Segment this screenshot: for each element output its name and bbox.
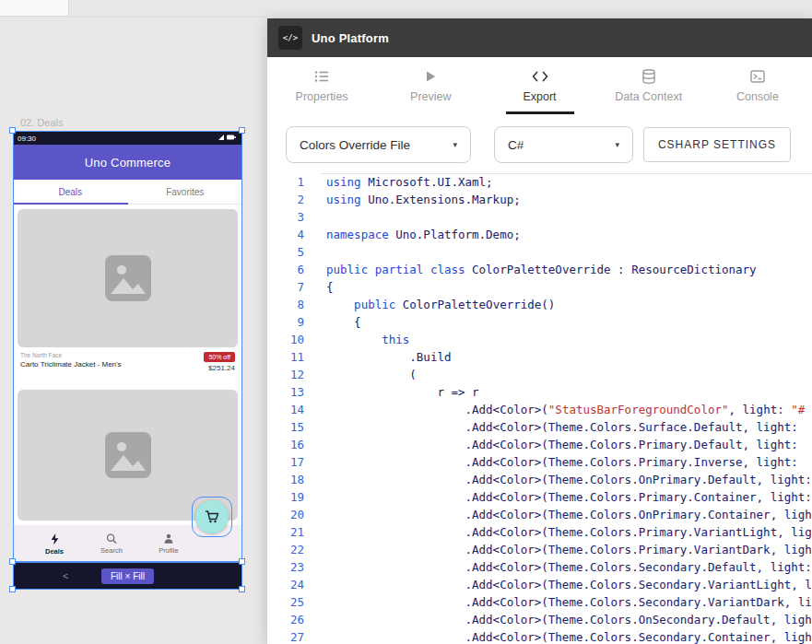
code-line: 1using Microsoft.UI.Xaml; <box>267 173 812 191</box>
cart-fab-button[interactable] <box>195 500 229 533</box>
code-line: 7{ <box>267 278 812 296</box>
canvas-guide-line <box>69 17 267 18</box>
code-line: 8 public ColorPaletteOverride() <box>267 296 812 313</box>
nav-label: Profile <box>159 546 178 555</box>
app-tab-favorites[interactable]: Favorites <box>128 180 243 204</box>
canvas-guide-corner <box>0 0 69 17</box>
tab-export[interactable]: Export <box>485 57 594 114</box>
lightning-icon <box>50 533 60 545</box>
export-icon <box>531 68 549 85</box>
code-line: 9 { <box>267 313 812 331</box>
product-info-row[interactable]: The North Face Carto Triclimate Jacket -… <box>13 347 242 385</box>
selection-handle[interactable] <box>239 586 245 592</box>
select-value: Colors Override File <box>300 138 410 152</box>
frame-resize-bar[interactable]: < Fill × Fill <box>13 562 242 590</box>
panel-header: </> Uno Platform <box>267 18 812 57</box>
tab-label: Export <box>523 90 556 103</box>
nav-item-search[interactable]: Search <box>83 533 140 555</box>
code-line: 22 .Add<Color>(Theme.Colors.Primary.Vari… <box>267 541 812 558</box>
product-text: The North Face Carto Triclimate Jacket -… <box>20 352 122 385</box>
properties-icon <box>313 68 330 85</box>
code-line: 12 ( <box>267 366 812 383</box>
code-line: 24 .Add<Color>(Theme.Colors.Secondary.Va… <box>267 576 812 593</box>
code-logo-icon: </> <box>278 26 302 50</box>
app-header: Uno Commerce <box>13 145 242 180</box>
app-tab-bar: Deals Favorites <box>13 180 242 205</box>
code-line: 20 .Add<Color>(Theme.Colors.OnPrimary.Co… <box>267 506 812 523</box>
profile-icon <box>163 533 174 544</box>
product-image-placeholder[interactable] <box>18 209 238 347</box>
product-price: $251.24 <box>208 364 235 372</box>
uno-platform-panel: </> Uno Platform Properties Preview Expo… <box>267 18 812 644</box>
code-line: 26 .Add<Color>(Theme.Colors.OnSecondary.… <box>267 611 812 628</box>
code-editor-lines: 1using Microsoft.UI.Xaml;2using Uno.Exte… <box>267 173 812 644</box>
code-line: 13 r => r <box>267 383 812 401</box>
app-tab-label: Deals <box>58 187 82 197</box>
code-line: 19 .Add<Color>(Theme.Colors.Primary.Cont… <box>267 488 812 506</box>
panel-tab-bar: Properties Preview Export Data Context C… <box>267 57 812 114</box>
code-editor[interactable]: 1using Microsoft.UI.Xaml;2using Uno.Exte… <box>267 171 812 644</box>
panel-title: Uno Platform <box>312 31 389 45</box>
chevron-down-icon: ▾ <box>615 140 619 149</box>
product-name: Carto Triclimate Jacket - Men's <box>20 360 122 369</box>
image-placeholder-icon <box>103 253 153 303</box>
phone-status-bar: 09:30 <box>13 132 242 145</box>
nav-label: Search <box>100 546 123 555</box>
code-line: 27 .Add<Color>(Theme.Colors.Secondary.Co… <box>267 628 812 644</box>
discount-badge: 50% off <box>204 352 235 362</box>
selection-handle[interactable] <box>239 127 245 134</box>
tab-properties[interactable]: Properties <box>267 57 376 114</box>
selection-handle[interactable] <box>239 558 245 565</box>
chevron-down-icon: ▾ <box>453 140 457 149</box>
app-tab-label: Favorites <box>166 187 204 197</box>
code-line: 2using Uno.Extensions.Markup; <box>267 191 812 208</box>
code-line: 15 .Add<Color>(Theme.Colors.Surface.Defa… <box>267 418 812 436</box>
fab-selection-outline <box>192 497 232 537</box>
nav-item-profile[interactable]: Profile <box>140 533 197 555</box>
console-icon <box>749 68 766 85</box>
preview-icon <box>422 68 439 85</box>
nav-label: Deals <box>45 547 64 556</box>
collapse-chevron-icon[interactable]: < <box>63 570 68 581</box>
code-line: 23 .Add<Color>(Theme.Colors.Secondary.De… <box>267 558 812 576</box>
tab-label: Properties <box>296 90 348 103</box>
product-brand: The North Face <box>20 352 122 358</box>
code-line: 25 .Add<Color>(Theme.Colors.Secondary.Va… <box>267 593 812 611</box>
nav-item-deals[interactable]: Deals <box>26 533 83 556</box>
code-line: 6public partial class ColorPaletteOverri… <box>267 261 812 278</box>
data-context-icon <box>641 68 657 85</box>
search-icon <box>106 533 117 544</box>
select-value: C# <box>508 138 524 152</box>
code-line: 3 <box>267 208 812 226</box>
artboard-label[interactable]: 02. Deals <box>20 117 63 128</box>
fill-sizing-button[interactable]: Fill × Fill <box>101 568 154 584</box>
export-language-select[interactable]: C# ▾ <box>494 126 633 163</box>
code-line: 16 .Add<Color>(Theme.Colors.Primary.Defa… <box>267 436 812 453</box>
code-line: 17 .Add<Color>(Theme.Colors.Primary.Inve… <box>267 453 812 471</box>
product-pricing: 50% off $251.24 <box>204 352 235 385</box>
cart-icon <box>205 509 219 524</box>
tab-console[interactable]: Console <box>703 57 812 114</box>
tab-data-context[interactable]: Data Context <box>594 57 703 114</box>
export-controls-row: Colors Override File ▾ C# ▾ CSHARP SETTI… <box>267 114 812 171</box>
phone-content: The North Face Carto Triclimate Jacket -… <box>13 205 242 562</box>
status-icons <box>218 134 238 143</box>
code-line: 18 .Add<Color>(Theme.Colors.OnPrimary.De… <box>267 471 812 488</box>
phone-mockup-frame[interactable]: 09:30 Uno Commerce Deals Favorites The N… <box>13 132 242 562</box>
status-time: 09:30 <box>18 135 218 143</box>
code-line: 10 this <box>267 331 812 348</box>
csharp-settings-button[interactable]: CSHARP SETTINGS <box>643 127 791 162</box>
tab-label: Console <box>736 90 779 103</box>
code-line: 11 .Build <box>267 348 812 366</box>
selection-handle[interactable] <box>9 558 16 565</box>
code-line: 14 .Add<Color>("StatusBarForegroundColor… <box>267 401 812 418</box>
image-placeholder-icon <box>103 430 153 480</box>
selection-handle[interactable] <box>9 586 16 592</box>
app-tab-deals[interactable]: Deals <box>13 180 128 204</box>
tab-preview[interactable]: Preview <box>376 57 485 114</box>
export-file-select[interactable]: Colors Override File ▾ <box>286 126 471 163</box>
code-line: 4namespace Uno.Platform.Demo; <box>267 226 812 243</box>
tab-label: Preview <box>410 90 451 103</box>
selection-handle[interactable] <box>9 127 16 134</box>
code-line: 5 <box>267 243 812 261</box>
